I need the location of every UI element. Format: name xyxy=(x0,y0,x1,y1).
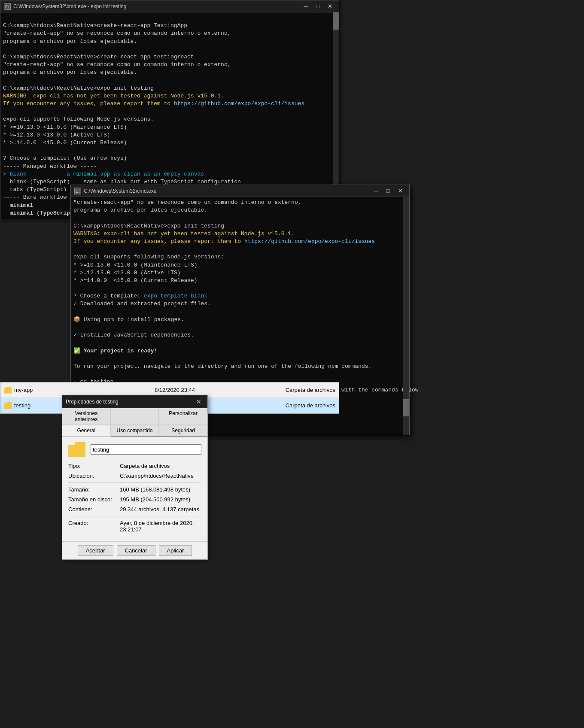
cmd-line: * >=14.0.0 <15.0.0 (Current Release) xyxy=(73,277,407,285)
minimize-btn-1[interactable]: ─ xyxy=(300,2,311,11)
svg-text:C:: C: xyxy=(5,5,10,9)
apply-button[interactable]: Aplicar xyxy=(159,545,192,556)
maximize-btn-2[interactable]: □ xyxy=(383,187,394,195)
cmd-line: ? Choose a template: expo-template-blank xyxy=(73,292,407,300)
titlebar-2: C: C:\Windows\System32\cmd.exe ─ □ ✕ xyxy=(71,185,409,197)
window1-controls[interactable]: ─ □ ✕ xyxy=(300,2,335,11)
prop-tamano-disco: Tamaño en disco: 195 MB (204.500.992 byt… xyxy=(68,496,201,503)
prop-value-tipo: Carpeta de archivos xyxy=(120,463,201,469)
cmd-line: "create-react-app" no se reconoce como u… xyxy=(3,30,336,37)
tab-empty xyxy=(111,408,159,425)
window2-title: C:\Windows\System32\cmd.exe xyxy=(84,188,156,194)
cmd-line: * >=14.0.0 <15.0.0 (Current Release) xyxy=(3,139,336,147)
close-btn-2[interactable]: ✕ xyxy=(395,187,406,195)
scrollbar-thumb-2[interactable] xyxy=(403,399,409,416)
prop-ubicacion: Ubicación: C:\xampp\htdocs\ReactNative xyxy=(68,473,201,479)
properties-dialog[interactable]: Propiedades de testing ✕ Versiones anter… xyxy=(62,395,208,560)
cmd-line xyxy=(73,285,407,292)
prop-label-ubicacion: Ubicación: xyxy=(68,473,120,479)
prop-value-contiene: 29.344 archivos, 4.137 carpetas xyxy=(120,506,201,513)
tab-versiones-anteriores[interactable]: Versiones anteriores xyxy=(62,408,111,425)
prop-label-contiene: Contiene: xyxy=(68,506,120,513)
scrollbar-2[interactable] xyxy=(403,197,409,435)
folder-icon-testing xyxy=(4,402,12,409)
dialog-footer[interactable]: Aceptar Cancelar Aplicar xyxy=(62,541,207,559)
svg-text:C:: C: xyxy=(76,189,80,194)
cmd-line: programa o archivo por lotes ejecutable. xyxy=(3,69,336,76)
prop-value-ubicacion: C:\xampp\htdocs\ReactNative xyxy=(120,473,201,479)
cmd-line: C:\xampp\htdocs\ReactNative>create-react… xyxy=(3,22,336,30)
prop-divider xyxy=(68,482,201,483)
cmd-line xyxy=(73,339,407,347)
cmd-line: * >=12.13.0 <13.0.0 (Active LTS) xyxy=(3,131,336,139)
folder-date-myapp: 8/12/2020 23:44 xyxy=(121,387,228,393)
window2-controls[interactable]: ─ □ ✕ xyxy=(371,187,406,195)
cmd-line: ✓ Installed JavaScript dependencies. xyxy=(73,331,407,339)
cmd-line xyxy=(73,355,407,363)
cmd-line xyxy=(73,324,407,331)
cmd-line xyxy=(3,46,336,53)
dialog-titlebar: Propiedades de testing ✕ xyxy=(62,395,207,408)
cancel-button[interactable]: Cancelar xyxy=(117,545,155,556)
cmd-line: ----- Managed workflow ----- xyxy=(3,163,336,170)
window1-title: C:\Windows\System32\cmd.exe - expo init … xyxy=(13,3,126,9)
cmd-line xyxy=(73,370,407,378)
big-folder-icon xyxy=(68,442,85,457)
prop-contiene: Contiene: 29.344 archivos, 4.137 carpeta… xyxy=(68,506,201,513)
dialog-body: Tipo: Carpeta de archivos Ubicación: C:\… xyxy=(62,437,207,541)
prop-tamano: Tamaño: 160 MB (168.081.498 bytes) xyxy=(68,486,201,493)
folder-header xyxy=(68,442,201,457)
tab-general[interactable]: General xyxy=(62,425,111,437)
cmd-line xyxy=(73,246,407,253)
folder-name-input[interactable] xyxy=(91,444,201,455)
cmd-line: If you encounter any issues, please repo… xyxy=(73,238,407,246)
cmd-line: "create-react-app" no se reconoce como u… xyxy=(3,61,336,69)
cmd-line: C:\xampp\htdocs\ReactNative>expo init te… xyxy=(73,222,407,230)
prop-tipo: Tipo: Carpeta de archivos xyxy=(68,463,201,469)
cmd-line: If you encounter any issues, please repo… xyxy=(3,100,336,108)
cmd-line: ✓ Downloaded and extracted project files… xyxy=(73,300,407,308)
cmd-line: ? Choose a template: (Use arrow keys) xyxy=(3,155,336,162)
cmd-line: expo-cli supports following Node.js vers… xyxy=(73,253,407,261)
cmd-line: WARNING: expo-cli has not yet been teste… xyxy=(3,92,336,100)
cmd-line: * >=10.13.0 <11.0.0 (Maintenance LTS) xyxy=(3,124,336,131)
prop-label-creado: Creado: xyxy=(68,520,120,526)
close-btn-1[interactable]: ✕ xyxy=(324,2,335,11)
tab-seguridad[interactable]: Seguridad xyxy=(159,425,207,436)
dialog-tabs-row1[interactable]: Versiones anteriores Personalizar xyxy=(62,408,207,425)
cmd-line: > blank a minimal app as clean as an emp… xyxy=(3,170,336,178)
cmd-line: C:\xampp\htdocs\ReactNative>expo init te… xyxy=(3,85,336,92)
prop-divider2 xyxy=(68,516,201,516)
cmd-line xyxy=(73,308,407,316)
cmd-line: * >=12.13.0 <13.0.0 (Active LTS) xyxy=(73,269,407,277)
prop-value-tamano: 160 MB (168.081.498 bytes) xyxy=(120,486,201,493)
ok-button[interactable]: Aceptar xyxy=(78,545,113,556)
folder-name-myapp: my-app xyxy=(14,387,121,393)
cmd-line: WARNING: expo-cli has not yet been teste… xyxy=(73,230,407,238)
dialog-tabs-row2[interactable]: General Uso compartido Seguridad xyxy=(62,425,207,437)
cmd-line xyxy=(3,108,336,115)
cmd-line: To run your project, navigate to the dir… xyxy=(73,363,407,370)
folder-type-testing: Carpeta de archivos xyxy=(228,402,335,409)
cmd-line: * >=10.13.0 <11.0.0 (Maintenance LTS) xyxy=(73,261,407,269)
titlebar-1: C: C:\Windows\System32\cmd.exe - expo in… xyxy=(0,0,339,12)
prop-label-tamano-disco: Tamaño en disco: xyxy=(68,496,120,503)
prop-label-tipo: Tipo: xyxy=(68,463,120,469)
cmd-line: C:\xampp\htdocs\ReactNative>create-react… xyxy=(3,53,336,61)
dialog-title: Propiedades de testing xyxy=(66,399,119,405)
scrollbar-thumb-1[interactable] xyxy=(333,12,339,30)
minimize-btn-2[interactable]: ─ xyxy=(371,187,382,195)
cmd-line xyxy=(3,147,336,155)
folder-icon-myapp xyxy=(4,387,12,394)
dialog-close-btn[interactable]: ✕ xyxy=(194,397,204,406)
cmd-line: expo-cli supports following Node.js vers… xyxy=(3,115,336,123)
cmd-line: 📦 Using npm to install packages. xyxy=(73,316,407,324)
cmd-line: programa o archivo por lotes ejecutable. xyxy=(3,38,336,46)
prop-label-tamano: Tamaño: xyxy=(68,486,120,493)
cmd-line: ✅ Your project is ready! xyxy=(73,347,407,355)
cmd-line xyxy=(3,14,336,22)
tab-personalizar[interactable]: Personalizar xyxy=(159,408,207,425)
maximize-btn-1[interactable]: □ xyxy=(312,2,323,11)
tab-uso-compartido[interactable]: Uso compartido xyxy=(111,425,159,436)
cmd-icon-2: C: xyxy=(74,188,81,194)
